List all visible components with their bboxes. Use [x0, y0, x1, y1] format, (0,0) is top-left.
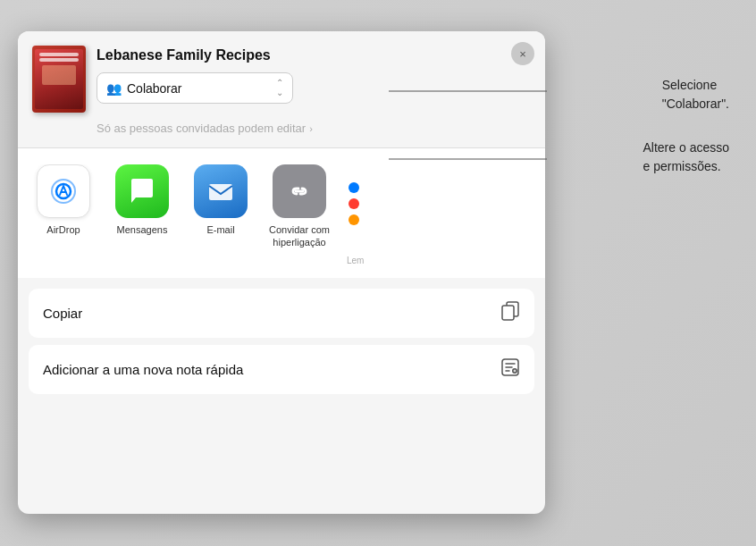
annotation-access-text: Altere o acessoe permissões. [643, 140, 730, 173]
app-item-email[interactable]: E-mail [189, 164, 252, 236]
collaborate-label: Colaborar [127, 81, 271, 96]
dot-orange [349, 214, 359, 225]
messages-icon [115, 164, 169, 218]
quick-note-icon [500, 357, 520, 382]
dots-column [349, 173, 359, 225]
svg-rect-6 [502, 306, 514, 320]
link-icon [273, 164, 326, 218]
airdrop-icon [37, 164, 90, 218]
annotation-access: Altere o acessoe permissões. [643, 139, 730, 176]
dot-red [349, 198, 359, 209]
app-label-email: E-mail [206, 223, 234, 236]
app-item-link[interactable]: Convidar comhiperligação [268, 164, 331, 249]
apps-row: AirDrop Mensagens [32, 164, 531, 265]
app-label-link: Convidar comhiperligação [269, 223, 330, 249]
close-button[interactable]: × [511, 42, 534, 65]
share-sheet-panel: Lebanese Family Recipes 👥 Colaborar × Só… [18, 31, 545, 514]
annotation-colaborar-text: Selecione"Colaborar". [662, 78, 729, 111]
quick-note-label: Adicionar a uma nova nota rápida [43, 362, 243, 377]
app-item-messages[interactable]: Mensagens [111, 164, 173, 236]
annotation-colaborar: Selecione"Colaborar". [662, 76, 729, 113]
app-item-airdrop[interactable]: AirDrop [32, 164, 95, 236]
header-info: Lebanese Family Recipes 👥 Colaborar [97, 46, 531, 104]
more-apps-indicator: Lem [347, 173, 364, 265]
subtitle-chevron-icon: › [309, 123, 313, 134]
actions-section: Copiar Adicionar a uma nova nota rápida [18, 278, 545, 394]
app-label-airdrop: AirDrop [46, 223, 80, 236]
copy-button[interactable]: Copiar [29, 289, 534, 338]
dot-blue [349, 182, 359, 193]
people-icon: 👥 [106, 81, 122, 96]
document-title: Lebanese Family Recipes [97, 47, 531, 63]
subtitle-text: Só as pessoas convidadas podem editar [97, 122, 306, 135]
apps-section: AirDrop Mensagens [18, 148, 545, 278]
app-label-messages: Mensagens [117, 223, 168, 236]
copy-label: Copiar [43, 306, 82, 321]
copy-icon [500, 301, 520, 325]
len-partial-label: Lem [347, 256, 364, 265]
share-sheet-header: Lebanese Family Recipes 👥 Colaborar × [18, 31, 545, 113]
subtitle-row[interactable]: Só as pessoas convidadas podem editar › [18, 113, 545, 147]
svg-rect-3 [209, 184, 232, 200]
email-icon [194, 164, 248, 218]
scene: Lebanese Family Recipes 👥 Colaborar × Só… [0, 0, 756, 546]
document-cover-thumbnail [32, 46, 86, 113]
chevron-updown-icon [276, 79, 283, 97]
quick-note-button[interactable]: Adicionar a uma nova nota rápida [29, 345, 534, 394]
collaborate-dropdown[interactable]: 👥 Colaborar [97, 72, 293, 104]
